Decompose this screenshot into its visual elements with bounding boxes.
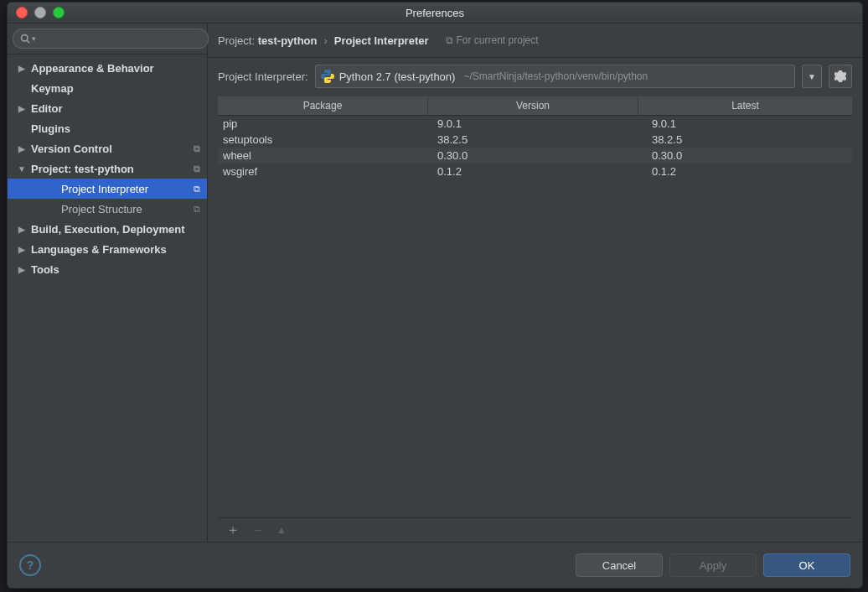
cell-latest: 9.0.1 [647, 117, 852, 130]
cell-latest: 0.30.0 [647, 149, 852, 162]
python-icon [321, 70, 334, 83]
titlebar: Preferences [8, 3, 862, 23]
cell-version: 9.0.1 [432, 117, 647, 130]
cell-latest: 38.2.5 [647, 133, 852, 146]
cell-latest: 0.1.2 [647, 165, 852, 178]
project-scope-icon: ⧉ [194, 184, 200, 195]
cell-version: 0.1.2 [432, 165, 647, 178]
project-scope-icon: ⧉ [194, 143, 200, 154]
tree-item-appearance-behavior[interactable]: ▶Appearance & Behavior [8, 58, 207, 78]
interpreter-settings-button[interactable] [829, 65, 852, 88]
tree-arrow-icon: ▶ [18, 245, 26, 254]
tree-item-editor[interactable]: ▶Editor [8, 98, 207, 118]
sidebar: ▾ ▶Appearance & BehaviorKeymap▶EditorPlu… [8, 23, 208, 542]
tree-item-label: Project: test-python [31, 163, 134, 175]
tree-arrow-icon: ▶ [18, 225, 26, 234]
cell-package: wsgiref [218, 165, 432, 178]
tree-item-label: Plugins [31, 122, 70, 135]
svg-point-0 [22, 35, 28, 42]
tree-item-tools[interactable]: ▶Tools [8, 259, 207, 279]
search-icon [20, 34, 30, 44]
cell-package: pip [218, 117, 432, 130]
tree-item-version-control[interactable]: ▶Version Control⧉ [8, 138, 207, 158]
tree-arrow-icon: ▶ [18, 64, 26, 73]
breadcrumb-project: Project: test-python [218, 34, 317, 47]
table-body[interactable]: pip9.0.19.0.1setuptools38.2.538.2.5wheel… [218, 116, 852, 517]
ok-button[interactable]: OK [763, 553, 850, 577]
help-icon: ? [27, 558, 34, 572]
tree-item-project-interpreter[interactable]: Project Interpreter⧉ [8, 179, 207, 199]
tree-item-project-test-python[interactable]: ▼Project: test-python⧉ [8, 158, 207, 179]
tree-item-languages-frameworks[interactable]: ▶Languages & Frameworks [8, 239, 207, 259]
tree-item-label: Tools [31, 263, 59, 276]
table-row[interactable]: setuptools38.2.538.2.5 [218, 132, 852, 148]
table-row[interactable]: wheel0.30.00.30.0 [218, 148, 852, 164]
packages-table: Package Version Latest pip9.0.19.0.1setu… [218, 96, 852, 542]
tree-item-label: Project Structure [61, 203, 142, 216]
interpreter-name: Python 2.7 (test-python) [339, 70, 456, 83]
interpreter-dropdown-arrow[interactable]: ▼ [802, 65, 822, 88]
upgrade-package-button[interactable]: ▲ [276, 524, 287, 536]
tree-item-label: Editor [31, 102, 63, 115]
chevron-down-icon: ▼ [808, 72, 816, 81]
interpreter-dropdown[interactable]: Python 2.7 (test-python) ~/SmartNinja/te… [315, 65, 795, 88]
minimize-window-button[interactable] [34, 7, 46, 18]
tree-item-label: Build, Execution, Deployment [31, 223, 184, 236]
tree-arrow-icon: ▶ [18, 104, 26, 113]
cell-package: wheel [218, 149, 432, 162]
dialog-footer: ? Cancel Apply OK [8, 542, 862, 588]
window-controls [8, 7, 65, 18]
tree-item-keymap[interactable]: Keymap [8, 78, 207, 98]
search-chevron-icon: ▾ [32, 34, 36, 43]
column-header-version[interactable]: Version [428, 96, 638, 115]
gear-icon [834, 70, 846, 82]
table-header: Package Version Latest [218, 96, 852, 116]
project-scope-icon: ⧉ [194, 164, 200, 174]
packages-toolbar: ＋ － ▲ [218, 517, 852, 542]
cell-version: 38.2.5 [432, 133, 647, 146]
tree-item-label: Keymap [31, 82, 74, 95]
svg-line-1 [27, 40, 29, 43]
column-header-latest[interactable]: Latest [638, 96, 852, 115]
maximize-window-button[interactable] [53, 7, 65, 18]
remove-package-button[interactable]: － [251, 522, 265, 539]
tree-arrow-icon: ▼ [18, 164, 26, 174]
search-input[interactable]: ▾ [13, 29, 209, 49]
breadcrumb-separator-icon: › [323, 34, 327, 47]
interpreter-path: ~/SmartNinja/test-python/venv/bin/python [463, 70, 648, 82]
window-title: Preferences [8, 7, 862, 19]
interpreter-label: Project Interpreter: [218, 70, 308, 83]
apply-button[interactable]: Apply [669, 553, 757, 577]
table-row[interactable]: wsgiref0.1.20.1.2 [218, 164, 852, 179]
tree-item-plugins[interactable]: Plugins [8, 118, 207, 138]
tree-item-project-structure[interactable]: Project Structure⧉ [8, 199, 207, 219]
breadcrumb: Project: test-python › Project Interpret… [208, 23, 862, 58]
add-package-button[interactable]: ＋ [226, 522, 240, 539]
tree-item-label: Project Interpreter [61, 183, 148, 195]
tree-item-label: Appearance & Behavior [31, 62, 154, 75]
copy-icon: ⧉ [446, 34, 453, 46]
preferences-window: Preferences ▾ ▶Appearance & BehaviorKeym… [7, 2, 863, 589]
help-button[interactable]: ? [19, 554, 41, 576]
cell-package: setuptools [218, 133, 432, 146]
cancel-button[interactable]: Cancel [576, 553, 663, 577]
tree-item-label: Languages & Frameworks [31, 243, 167, 256]
table-row[interactable]: pip9.0.19.0.1 [218, 116, 852, 132]
tree-item-label: Version Control [31, 143, 112, 155]
tree-item-build-execution-deployment[interactable]: ▶Build, Execution, Deployment [8, 219, 207, 239]
for-current-project-note: ⧉ For current project [446, 34, 539, 46]
settings-tree[interactable]: ▶Appearance & BehaviorKeymap▶EditorPlugi… [8, 55, 207, 542]
tree-arrow-icon: ▶ [18, 265, 26, 274]
tree-arrow-icon: ▶ [18, 144, 26, 153]
column-header-package[interactable]: Package [218, 96, 428, 115]
breadcrumb-page: Project Interpreter [334, 34, 429, 47]
cell-version: 0.30.0 [432, 149, 647, 162]
close-window-button[interactable] [16, 7, 28, 18]
project-scope-icon: ⧉ [194, 204, 200, 215]
